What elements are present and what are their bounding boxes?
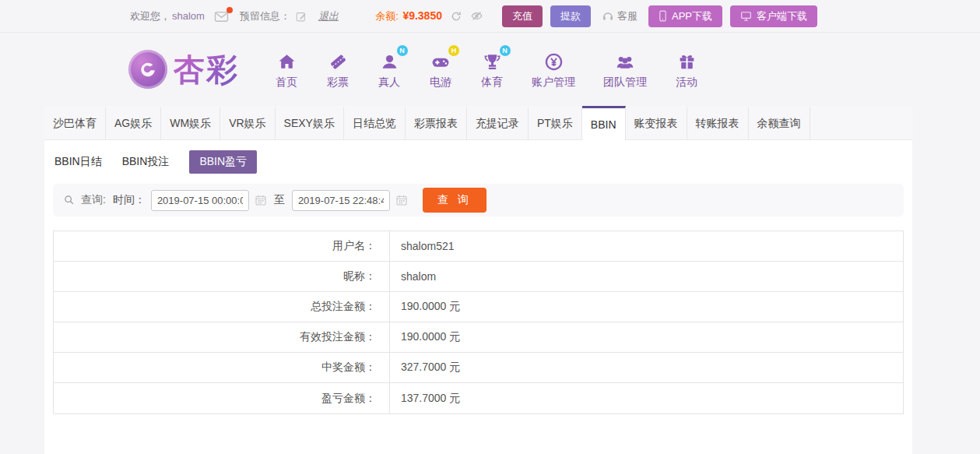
nav-item-team[interactable]: 团队管理	[603, 50, 647, 90]
hide-balance-icon[interactable]	[470, 9, 483, 23]
nav-item-activity[interactable]: 活动	[675, 50, 698, 90]
table-row: 中奖金额： 327.7000 元	[54, 353, 903, 383]
app-download-button[interactable]: APP下载	[648, 5, 722, 27]
team-icon	[615, 50, 635, 72]
badge-hot: H	[448, 45, 459, 56]
calendar-icon[interactable]	[255, 194, 267, 206]
profit-report-table: 用户名： shalom521 昵称： shalom 总投注金额： 190.000…	[53, 231, 904, 414]
calendar-icon[interactable]	[395, 194, 408, 206]
balance-label: 余额:	[375, 10, 399, 22]
site-logo[interactable]: 杏彩	[128, 48, 239, 91]
topbar-left: 欢迎您， shalom 预留信息： 退出	[130, 9, 339, 23]
row-value: shalom521	[390, 231, 455, 261]
tab-pt[interactable]: PT娱乐	[529, 106, 582, 139]
row-label: 总投注金额：	[54, 292, 390, 322]
recharge-button[interactable]: 充值	[502, 5, 543, 27]
customer-service-label: 客服	[617, 9, 638, 23]
table-row: 有效投注金额： 190.0000 元	[54, 322, 903, 353]
balance-value: ¥9.3850	[402, 9, 442, 22]
nav-item-lottery[interactable]: 彩票	[326, 50, 349, 90]
edit-icon[interactable]	[295, 10, 307, 23]
mail-icon[interactable]	[214, 10, 229, 23]
nav-item-live[interactable]: N 真人	[378, 50, 401, 90]
ticket-icon	[328, 50, 348, 72]
home-icon	[277, 50, 297, 72]
reserved-info-label: 预留信息：	[240, 9, 290, 23]
tab-vr[interactable]: VR娱乐	[220, 106, 275, 139]
coin-icon	[544, 50, 564, 72]
table-row: 用户名： shalom521	[54, 231, 903, 262]
logout-link[interactable]: 退出	[318, 9, 339, 23]
subtab-bbin-daily[interactable]: BBIN日结	[54, 150, 102, 174]
report-tabbar: 沙巴体育 AG娱乐 WM娱乐 VR娱乐 SEXY娱乐 日结总览 彩票报表 充提记…	[44, 106, 912, 140]
customer-service[interactable]: 客服	[602, 9, 638, 23]
row-label: 昵称：	[54, 262, 390, 291]
phone-icon	[659, 10, 667, 22]
tab-shaba-sports[interactable]: 沙巴体育	[44, 106, 106, 139]
gamepad-icon: H	[430, 50, 451, 72]
client-download-button[interactable]: 客户端下载	[730, 5, 817, 27]
time-label: 时间：	[113, 193, 146, 207]
logo-text: 杏彩	[174, 48, 239, 91]
row-label: 有效投注金额：	[54, 322, 390, 352]
row-label: 盈亏金额：	[54, 383, 390, 414]
app-download-label: APP下载	[672, 9, 712, 23]
to-label: 至	[274, 193, 285, 207]
gift-icon	[677, 50, 697, 72]
monitor-icon	[740, 11, 752, 22]
row-value: 190.0000 元	[390, 322, 460, 352]
tab-lottery-report[interactable]: 彩票报表	[406, 106, 467, 139]
refresh-icon[interactable]	[450, 10, 462, 23]
balance: 余额: ¥9.3850	[375, 9, 442, 23]
nav-item-account[interactable]: 账户管理	[532, 50, 575, 90]
badge-new: N	[397, 45, 408, 56]
table-row: 总投注金额： 190.0000 元	[54, 292, 903, 322]
tab-bbin[interactable]: BBIN	[582, 106, 626, 140]
end-time-input[interactable]	[292, 190, 390, 211]
tab-account-change-report[interactable]: 账变报表	[626, 106, 687, 139]
headset-icon	[602, 10, 614, 23]
row-value: 137.7000 元	[390, 383, 460, 414]
row-label: 用户名：	[54, 231, 390, 261]
notification-dot	[227, 7, 233, 13]
tab-balance-query[interactable]: 余额查询	[749, 106, 810, 139]
tab-ag[interactable]: AG娱乐	[106, 106, 161, 139]
trophy-icon: N	[483, 50, 502, 72]
topbar: 欢迎您， shalom 预留信息： 退出 余额: ¥9.3850 充值 提款 客…	[0, 0, 980, 33]
nav-item-egame[interactable]: H 电游	[429, 50, 452, 90]
query-label: 查询:	[81, 193, 106, 207]
row-value: 327.7000 元	[390, 353, 460, 382]
subtab-bbin-bets[interactable]: BBIN投注	[122, 150, 170, 174]
withdraw-button[interactable]: 提款	[550, 5, 591, 27]
table-row: 昵称： shalom	[54, 262, 903, 292]
topbar-right: 余额: ¥9.3850 充值 提款 客服 APP下载 客户端下载	[375, 5, 817, 27]
subtab-bbin-profit[interactable]: BBIN盈亏	[189, 150, 257, 174]
row-value: shalom	[390, 262, 436, 291]
tab-deposit-withdraw-records[interactable]: 充提记录	[467, 106, 529, 139]
content-container: 沙巴体育 AG娱乐 WM娱乐 VR娱乐 SEXY娱乐 日结总览 彩票报表 充提记…	[44, 106, 912, 454]
nav-item-sports[interactable]: N 体育	[480, 50, 504, 90]
logo-icon	[128, 50, 167, 89]
tab-sexy[interactable]: SEXY娱乐	[276, 106, 344, 139]
tab-daily-summary[interactable]: 日结总览	[344, 106, 406, 139]
start-time-input[interactable]	[151, 190, 249, 211]
row-value: 190.0000 元	[390, 292, 460, 322]
site-header: 杏彩 首页 彩票 N 真人 H 电游	[0, 33, 980, 106]
client-download-label: 客户端下载	[757, 9, 807, 23]
tab-transfer-report[interactable]: 转账报表	[687, 106, 749, 139]
nav-item-home[interactable]: 首页	[275, 50, 298, 90]
table-row: 盈亏金额： 137.7000 元	[54, 383, 903, 414]
live-person-icon: N	[380, 50, 399, 72]
username-text: shalom	[172, 10, 205, 22]
search-panel: 查询: 时间： 至 查 询	[53, 184, 904, 216]
search-icon	[63, 194, 76, 206]
badge-new: N	[500, 45, 511, 56]
row-label: 中奖金额：	[54, 353, 390, 382]
main-nav: 首页 彩票 N 真人 H 电游 N 体育	[275, 50, 698, 90]
search-button[interactable]: 查 询	[423, 188, 486, 213]
welcome-text: 欢迎您，	[130, 9, 170, 23]
bbin-subtabs: BBIN日结 BBIN投注 BBIN盈亏	[44, 140, 912, 183]
tab-wm[interactable]: WM娱乐	[161, 106, 220, 139]
